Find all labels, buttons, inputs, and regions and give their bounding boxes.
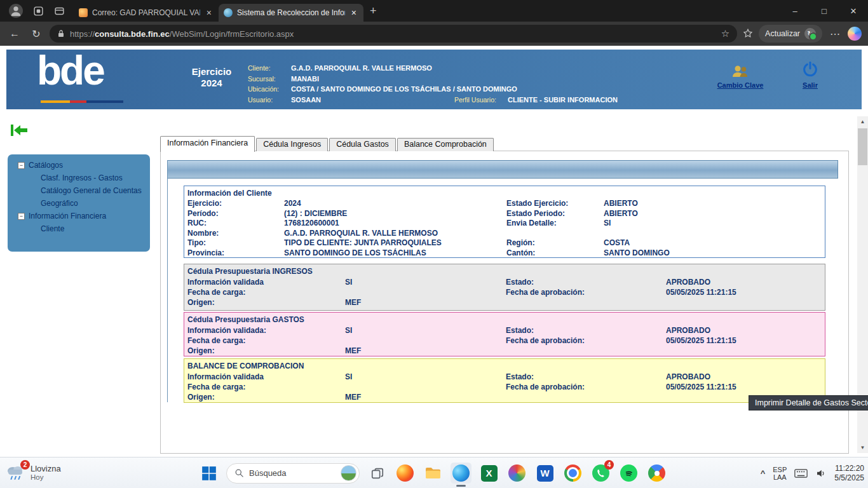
tab-actions-icon[interactable] [54, 6, 65, 17]
copilot-icon[interactable] [848, 27, 862, 41]
sidebar-item-catalogo-general-cuentas[interactable]: Catálogo General de Cuentas [8, 184, 150, 197]
ejercicio-label: Ejercicio 2024 [177, 66, 247, 89]
field-value: (12) : DICIEMBRE [284, 209, 506, 219]
search-highlight-image[interactable] [341, 465, 356, 481]
address-bar[interactable]: https://consulta.bde.fin.ec/WebSim/Login… [50, 25, 737, 43]
chrome-icon [564, 464, 581, 482]
field-label: Estado Ejercicio: [506, 199, 604, 209]
tab-informacion-financiera[interactable]: Información Financiera [160, 136, 255, 152]
word-button[interactable]: W [534, 463, 555, 484]
field-label [506, 229, 604, 239]
info-row: Origen: MEF [184, 346, 825, 356]
info-row: Ejercicio: 2024 Estado Ejercicio: ABIERT… [184, 199, 825, 209]
google-photos-button[interactable] [646, 463, 667, 484]
sidebar-item-label: Información Financiera [29, 212, 106, 220]
session-row: Usuario: SOSAAN Perfil Usuario: CLIENTE … [248, 95, 618, 105]
collapse-icon[interactable]: − [18, 162, 25, 169]
collapse-menu-arrow-icon[interactable] [10, 123, 28, 137]
tooltip-imprimir-detalle: Imprimir Detalle de Gastos Sector [749, 395, 868, 410]
salir-link[interactable]: Salir [803, 81, 818, 89]
collapse-icon[interactable]: − [18, 213, 25, 220]
sidebar-item-catalogos[interactable]: − Catálogos [8, 159, 150, 172]
spotify-button[interactable] [618, 463, 639, 484]
scrollbar-thumb[interactable] [858, 128, 867, 165]
sidebar-menu: − Catálogos Clasf. Ingresos - Gastos Cat… [8, 154, 150, 252]
field-label: Tipo: [187, 238, 284, 248]
workspaces-icon[interactable] [33, 6, 44, 17]
tab-close-icon[interactable]: × [349, 8, 358, 18]
session-value: COSTA / SANTO DOMINGO DE LOS TSÁCHILAS /… [291, 84, 618, 95]
browser-tab-mail[interactable]: Correo: GAD PARROQUIAL VALLE × [74, 4, 219, 22]
favorites-bar-icon[interactable] [742, 28, 754, 39]
refresh-button[interactable]: ↻ [28, 28, 44, 40]
scroll-up-icon[interactable]: ▲ [857, 116, 868, 127]
chrome-button[interactable] [562, 463, 583, 484]
field-label: Fecha de carga: [187, 336, 345, 346]
search-icon [234, 468, 244, 478]
sidebar-item-cliente[interactable]: Cliente [8, 222, 150, 235]
more-menu-icon[interactable]: ⋯ [827, 28, 843, 40]
panel-left-rule [167, 160, 168, 402]
info-row: Provincia: SANTO DOMINGO DE LOS TSÁCHILA… [184, 248, 825, 259]
tab-title: Sistema de Recoleccion de Inform [237, 8, 345, 17]
edge-icon [452, 464, 470, 482]
field-value [666, 297, 825, 308]
tab-cedula-ingresos[interactable]: Cédula Ingresos [256, 138, 328, 151]
speaker-icon[interactable] [815, 468, 827, 479]
sidebar-item-label: Catálogo General de Cuentas [41, 186, 142, 195]
field-label: Fecha de carga: [187, 287, 345, 297]
field-value: TIPO DE CLIENTE: JUNTA PARROQUIALES [284, 238, 506, 248]
whatsapp-button[interactable]: 4 [590, 463, 611, 484]
paint-button[interactable] [506, 463, 527, 484]
field-value: SANTO DOMINGO [604, 248, 825, 259]
language-indicator[interactable]: ESP LAA [773, 466, 787, 481]
taskbar-clock[interactable]: 11:22:20 5/5/2025 [834, 464, 864, 483]
sidebar-item-geografico[interactable]: Geográfico [8, 197, 150, 210]
excel-icon: X [481, 465, 498, 482]
session-row: Sucursal: MANABI [248, 74, 618, 85]
browser-tab-sistema[interactable]: Sistema de Recoleccion de Inform × [219, 4, 363, 22]
file-explorer-button[interactable] [423, 463, 444, 484]
edge-button[interactable] [451, 463, 471, 484]
power-icon [793, 61, 827, 79]
sidebar-item-clasf-ingresos-gastos[interactable]: Clasf. Ingresos - Gastos [8, 172, 150, 184]
weather-widget[interactable]: 2 Llovizna Hoy [5, 463, 61, 482]
cambio-clave-link[interactable]: Cambio Clave [717, 81, 764, 89]
session-row: Cliente: G.A.D. PARROQUIAL R. VALLE HERM… [248, 63, 618, 74]
salir-action[interactable]: Salir [793, 61, 827, 90]
word-icon: W [537, 465, 553, 482]
weather-day: Hoy [31, 473, 61, 481]
field-value: G.A.D. PARROQUIAL R. VALLE HERMOSO [284, 229, 506, 239]
actualizar-button[interactable]: Actualizar ↻ [759, 25, 822, 43]
favorite-star-icon[interactable]: ☆ [721, 28, 729, 39]
field-label: Información validada [187, 277, 345, 287]
close-button[interactable]: ✕ [839, 0, 868, 22]
sidebar-item-informacion-financiera[interactable]: − Información Financiera [8, 210, 150, 222]
taskbar-search[interactable]: Búsqueda [226, 463, 360, 484]
scroll-down-icon[interactable]: ▼ [857, 442, 868, 453]
lock-icon[interactable] [57, 29, 65, 38]
profile-avatar[interactable] [9, 4, 23, 18]
new-tab-button[interactable]: + [370, 4, 377, 18]
task-view-button[interactable] [367, 463, 388, 484]
tab-balance-comprobacion[interactable]: Balance Comprobación [397, 138, 494, 151]
field-label: Provincia: [187, 248, 284, 259]
system-tray: ^ ESP LAA 11:22:20 5/5/2025 [761, 458, 864, 488]
ingresos-section: Cédula Presupuestaria INGRESOS Informaci… [184, 264, 825, 311]
back-button[interactable]: ← [6, 28, 23, 39]
tab-cedula-gastos[interactable]: Cédula Gastos [329, 138, 396, 151]
cambio-clave-action[interactable]: Cambio Clave [713, 64, 768, 90]
touch-keyboard-icon[interactable] [794, 468, 808, 478]
tab-close-icon[interactable]: × [205, 8, 214, 18]
field-label: Origen: [187, 346, 345, 356]
info-row: Tipo: TIPO DE CLIENTE: JUNTA PARROQUIALE… [184, 238, 825, 248]
hidden-icons-chevron-icon[interactable]: ^ [761, 468, 766, 478]
minimize-button[interactable]: – [780, 0, 810, 22]
session-value: MANABI [291, 74, 618, 85]
firefox-button[interactable] [395, 463, 416, 484]
tab-title: Correo: GAD PARROQUIAL VALLE [92, 8, 200, 17]
section-title: BALANCE DE COMPROBACION [184, 359, 825, 372]
start-button[interactable] [198, 463, 219, 484]
maximize-button[interactable]: □ [810, 0, 839, 22]
excel-button[interactable]: X [478, 463, 499, 484]
